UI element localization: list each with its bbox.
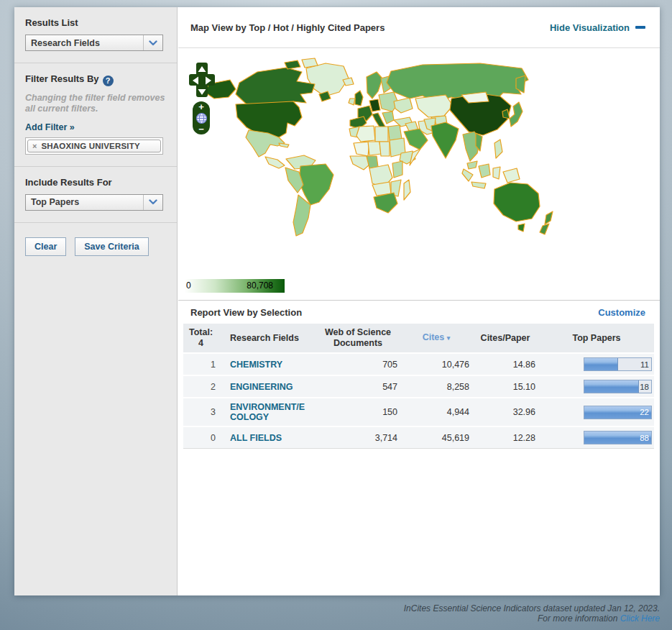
zoom-out-button[interactable]: − [198, 125, 204, 133]
table-row: 1 CHEMISTRY 705 10,476 14.86 11 [183, 354, 654, 376]
clear-button[interactable]: Clear [25, 237, 66, 256]
research-field-link[interactable]: ENVIRONMENT/ECOLOGY [230, 402, 310, 422]
legend-min-value: 0 [186, 280, 191, 291]
map-legend: 0 80,708 [185, 279, 285, 293]
row-rank: 2 [183, 378, 221, 396]
table-row: 3 ENVIRONMENT/ECOLOGY 150 4,944 32.96 22 [183, 398, 654, 427]
include-results-heading: Include Results For [25, 177, 166, 188]
map-title: Map View by Top / Hot / Highly Cited Pap… [190, 22, 550, 33]
globe-icon[interactable] [195, 112, 208, 124]
map-region: + − 0 80,708 [178, 48, 660, 300]
legend-max-value: 80,708 [247, 280, 273, 291]
column-header-wos-documents[interactable]: Web of ScienceDocuments [316, 324, 400, 352]
row-cites: 10,476 [400, 356, 472, 373]
top-papers-value: 22 [640, 408, 649, 416]
footer-note: InCites Essential Science Indicators dat… [404, 603, 660, 624]
column-header-cites-per-paper[interactable]: Cites/Paper [472, 329, 538, 347]
filter-heading: Filter Results By? [25, 73, 166, 86]
row-cites: 4,944 [400, 403, 472, 421]
top-papers-value: 18 [640, 383, 649, 391]
table-row: 0 ALL FIELDS 3,714 45,619 12.28 88 [183, 427, 654, 449]
footer-line2: For more information Click Here [404, 613, 660, 624]
column-header-research-fields[interactable]: Research Fields [221, 329, 316, 347]
include-results-section: Include Results For Top Papers [14, 167, 177, 223]
top-papers-bar: 18 [584, 380, 652, 393]
research-field-link[interactable]: CHEMISTRY [230, 360, 282, 370]
row-wos-documents: 3,714 [316, 429, 400, 447]
chevron-down-icon [143, 35, 162, 50]
filter-tag: × SHAOXING UNIVERSITY [27, 140, 161, 152]
row-rank: 0 [183, 429, 221, 447]
add-filter-link[interactable]: Add Filter » [25, 122, 75, 132]
column-header-total: Total:4 [183, 324, 221, 352]
customize-link[interactable]: Customize [598, 307, 645, 318]
column-header-cites[interactable]: Cites ▾ [400, 329, 472, 347]
top-papers-value: 88 [640, 434, 649, 442]
map-zoom-control[interactable]: + − [193, 101, 210, 134]
top-papers-bar-fill [584, 380, 639, 393]
save-criteria-button[interactable]: Save Criteria [75, 237, 148, 256]
table-body: 1 CHEMISTRY 705 10,476 14.86 11 2 ENGINE… [183, 354, 654, 449]
row-wos-documents: 150 [316, 403, 400, 421]
zoom-in-button[interactable]: + [198, 103, 204, 111]
include-results-dropdown[interactable]: Top Papers [25, 194, 163, 211]
hide-visualization-link[interactable]: Hide Visualization [550, 22, 645, 33]
help-icon[interactable]: ? [103, 76, 114, 86]
column-header-top-papers[interactable]: Top Papers [538, 329, 654, 347]
results-list-heading: Results List [25, 17, 166, 28]
collapse-icon [635, 26, 645, 29]
filter-note: Changing the filter field removes all cu… [25, 93, 166, 114]
row-cites-per-paper: 12.28 [472, 429, 538, 447]
filter-input-box[interactable]: × SHAOXING UNIVERSITY [25, 137, 163, 155]
report-table: Total:4 Research Fields Web of ScienceDo… [183, 324, 654, 449]
world-map-canvas[interactable] [178, 51, 660, 277]
row-wos-documents: 705 [316, 356, 400, 373]
report-header: Report View by Selection Customize [178, 300, 660, 324]
top-papers-value: 11 [640, 360, 649, 369]
row-cites: 8,258 [400, 378, 472, 396]
top-papers-bar: 22 [584, 406, 652, 419]
sort-desc-icon: ▾ [447, 334, 451, 342]
click-here-link[interactable]: Click Here [620, 613, 660, 624]
map-pan-control[interactable] [188, 61, 216, 100]
top-papers-bar: 11 [584, 357, 652, 371]
row-rank: 3 [183, 403, 221, 421]
table-row: 2 ENGINEERING 547 8,258 15.10 18 [183, 376, 654, 398]
row-cites-per-paper: 32.96 [472, 403, 538, 421]
app-panel: Results List Research Fields Filter Resu… [14, 7, 660, 595]
row-cites-per-paper: 14.86 [472, 356, 538, 373]
row-cites-per-paper: 15.10 [472, 378, 538, 396]
results-list-section: Results List Research Fields [14, 7, 177, 63]
results-list-selected: Research Fields [26, 38, 143, 48]
chevron-down-icon [143, 195, 162, 210]
results-list-dropdown[interactable]: Research Fields [25, 35, 163, 51]
main-content: Map View by Top / Hot / Highly Cited Pap… [178, 7, 660, 595]
sidebar-actions: Clear Save Criteria [14, 223, 177, 270]
report-title: Report View by Selection [190, 307, 598, 318]
filter-section: Filter Results By? Changing the filter f… [14, 63, 177, 167]
table-header-row: Total:4 Research Fields Web of ScienceDo… [183, 324, 654, 354]
research-field-link[interactable]: ALL FIELDS [230, 433, 282, 443]
remove-filter-icon[interactable]: × [32, 142, 37, 150]
row-wos-documents: 547 [316, 378, 400, 396]
map-header: Map View by Top / Hot / Highly Cited Pap… [178, 7, 660, 48]
top-papers-bar-fill [584, 358, 618, 370]
include-results-selected: Top Papers [26, 197, 143, 207]
choropleth-countries [206, 58, 553, 236]
row-cites: 45,619 [400, 429, 472, 447]
footer-line1: InCites Essential Science Indicators dat… [404, 603, 660, 613]
row-rank: 1 [183, 356, 221, 373]
research-field-link[interactable]: ENGINEERING [230, 382, 293, 392]
sidebar: Results List Research Fields Filter Resu… [14, 7, 178, 595]
top-papers-bar: 88 [584, 431, 652, 444]
filter-tag-label: SHAOXING UNIVERSITY [41, 142, 139, 150]
